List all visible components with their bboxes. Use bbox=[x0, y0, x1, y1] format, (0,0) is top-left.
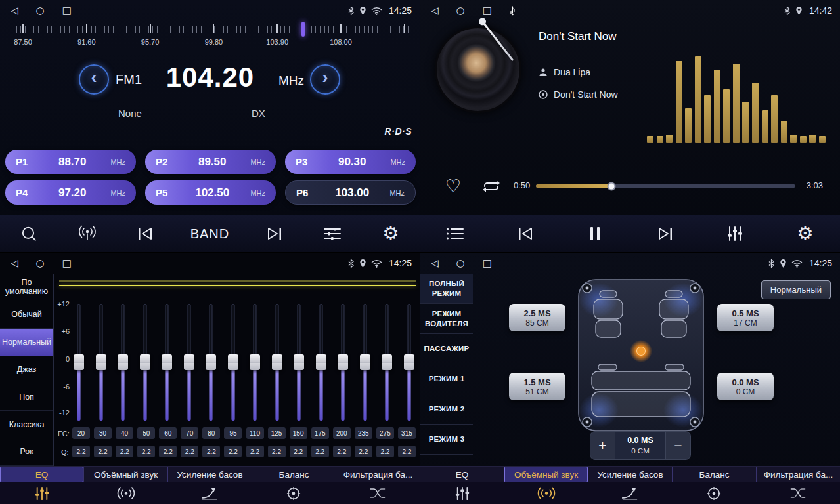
recents-button[interactable]: □ bbox=[62, 6, 72, 16]
bass-boost-icon[interactable] bbox=[168, 482, 252, 504]
back-button[interactable]: ◁ bbox=[11, 6, 18, 16]
eq-slider-handle[interactable] bbox=[360, 354, 370, 370]
seek-bar[interactable] bbox=[536, 184, 795, 188]
repeat-icon[interactable] bbox=[482, 179, 500, 196]
balance-icon[interactable] bbox=[672, 482, 756, 504]
surround-sound-icon[interactable] bbox=[84, 482, 168, 504]
progress-thumb[interactable] bbox=[607, 182, 615, 190]
next-track-icon[interactable] bbox=[261, 226, 288, 241]
back-button[interactable]: ◁ bbox=[431, 259, 439, 268]
settings-gear-icon[interactable]: ⚙ bbox=[792, 224, 818, 243]
search-icon[interactable] bbox=[16, 225, 42, 242]
preset-button-p5[interactable]: P5102.50MHz bbox=[145, 180, 276, 205]
tab-eq[interactable]: EQ bbox=[0, 467, 83, 482]
tab-balance[interactable]: Баланс bbox=[672, 467, 756, 482]
eq-band-slider[interactable] bbox=[160, 304, 173, 421]
eq-band-slider[interactable] bbox=[336, 304, 349, 421]
next-track-icon[interactable] bbox=[652, 226, 678, 241]
eq-band-slider[interactable] bbox=[315, 304, 328, 421]
delay-front-right-button[interactable]: 0.5 MS 17 CM bbox=[717, 304, 774, 331]
settings-gear-icon[interactable]: ⚙ bbox=[378, 224, 404, 243]
eq-preset-item[interactable]: Нормальный bbox=[0, 329, 53, 356]
bass-boost-icon[interactable] bbox=[588, 482, 673, 504]
eq-band-slider[interactable] bbox=[403, 304, 416, 421]
audio-settings-icon[interactable] bbox=[319, 226, 345, 242]
eq-band-slider[interactable] bbox=[292, 304, 305, 421]
recents-button[interactable]: □ bbox=[483, 6, 492, 16]
tab-bass-boost[interactable]: Усиление басов bbox=[588, 467, 672, 482]
eq-slider-handle[interactable] bbox=[184, 354, 194, 370]
eq-slider-handle[interactable] bbox=[228, 354, 238, 370]
preset-button-p4[interactable]: P497.20MHz bbox=[5, 180, 136, 205]
playlist-icon[interactable] bbox=[442, 226, 468, 241]
eq-slider-handle[interactable] bbox=[140, 354, 150, 370]
eq-slider-handle[interactable] bbox=[96, 354, 106, 370]
eq-preset-item[interactable]: Рок bbox=[0, 438, 53, 466]
eq-slider-handle[interactable] bbox=[338, 354, 348, 370]
eq-slider-handle[interactable] bbox=[162, 354, 172, 370]
eq-slider-handle[interactable] bbox=[316, 354, 326, 370]
home-button[interactable]: ○ bbox=[36, 259, 45, 268]
eq-slider-handle[interactable] bbox=[382, 354, 392, 370]
frequency-ruler[interactable]: 87.5091.6095.7099.80103.90108.00 bbox=[12, 24, 409, 52]
eq-band-slider[interactable] bbox=[248, 304, 261, 421]
equalizer-icon[interactable] bbox=[722, 226, 748, 242]
delay-rear-right-button[interactable]: 0.0 MS 0 CM bbox=[717, 373, 774, 400]
eq-slider-handle[interactable] bbox=[404, 354, 414, 370]
eq-band-slider[interactable] bbox=[271, 304, 284, 421]
eq-slider-handle[interactable] bbox=[118, 354, 128, 370]
eq-preset-item[interactable]: Джаз bbox=[0, 356, 53, 384]
eq-preset-item[interactable]: Обычай bbox=[0, 301, 53, 329]
balance-icon[interactable] bbox=[252, 482, 336, 504]
eq-preset-item[interactable]: По умолчанию bbox=[0, 274, 53, 301]
sound-mode-item[interactable]: РЕЖИМ 3 bbox=[420, 425, 473, 455]
home-button[interactable]: ○ bbox=[456, 6, 465, 16]
home-button[interactable]: ○ bbox=[456, 259, 465, 268]
previous-track-icon[interactable] bbox=[512, 226, 539, 241]
tab-crossover-filter[interactable]: Фильтрация ба... bbox=[336, 467, 420, 482]
tab-balance[interactable]: Баланс bbox=[252, 467, 336, 482]
tune-up-button[interactable]: › bbox=[310, 64, 340, 94]
eq-preset-item[interactable]: Классика bbox=[0, 411, 53, 438]
eq-band-slider[interactable] bbox=[72, 304, 85, 421]
previous-track-icon[interactable] bbox=[132, 226, 158, 241]
increase-delay-button[interactable]: + bbox=[590, 432, 615, 459]
crossover-filter-icon[interactable] bbox=[336, 482, 420, 504]
eq-sliders-icon[interactable] bbox=[0, 482, 84, 504]
eq-band-slider[interactable] bbox=[359, 304, 372, 421]
eq-slider-handle[interactable] bbox=[206, 354, 216, 370]
eq-band-slider[interactable] bbox=[183, 304, 196, 421]
tune-down-button[interactable]: ‹ bbox=[79, 64, 109, 94]
eq-band-slider[interactable] bbox=[380, 304, 393, 421]
preset-button-p3[interactable]: P390.30MHz bbox=[285, 150, 416, 174]
eq-slider-handle[interactable] bbox=[74, 354, 84, 370]
sound-mode-item[interactable]: РЕЖИМ 1 bbox=[420, 364, 473, 394]
sound-mode-item[interactable]: ПАССАЖИР bbox=[420, 334, 473, 364]
eq-band-slider[interactable] bbox=[204, 304, 217, 421]
recents-button[interactable]: □ bbox=[62, 259, 72, 268]
delay-rear-left-button[interactable]: 1.5 MS 51 CM bbox=[509, 373, 565, 400]
tab-crossover-filter[interactable]: Фильтрация ба... bbox=[756, 467, 840, 482]
sound-mode-item[interactable]: ПОЛНЫЙ РЕЖИМ bbox=[420, 274, 473, 304]
preset-button-p1[interactable]: P188.70MHz bbox=[5, 150, 136, 174]
crossover-filter-icon[interactable] bbox=[756, 482, 840, 504]
preset-button-p6[interactable]: P6103.00MHz bbox=[285, 180, 416, 205]
home-button[interactable]: ○ bbox=[36, 6, 45, 16]
surround-sound-icon[interactable] bbox=[504, 482, 588, 504]
preset-button-p2[interactable]: P289.50MHz bbox=[145, 150, 276, 174]
eq-sliders-icon[interactable] bbox=[420, 482, 504, 504]
sound-mode-item[interactable]: РЕЖИМ ВОДИТЕЛЯ bbox=[420, 304, 473, 334]
favorite-icon[interactable]: ♡ bbox=[445, 176, 461, 197]
eq-slider-handle[interactable] bbox=[294, 354, 304, 370]
pause-icon[interactable] bbox=[582, 226, 608, 242]
sound-mode-item[interactable]: РЕЖИМ 2 bbox=[420, 394, 473, 425]
back-button[interactable]: ◁ bbox=[431, 6, 439, 16]
delay-front-left-button[interactable]: 2.5 MS 85 CM bbox=[509, 304, 565, 331]
eq-band-slider[interactable] bbox=[139, 304, 152, 421]
eq-preset-item[interactable]: Поп bbox=[0, 383, 53, 411]
eq-band-slider[interactable] bbox=[95, 304, 108, 421]
eq-band-slider[interactable] bbox=[227, 304, 240, 421]
band-button[interactable]: BAND bbox=[190, 226, 230, 242]
tab-bass-boost[interactable]: Усиление басов bbox=[167, 467, 252, 482]
tab-surround-sound[interactable]: Объёмный звук bbox=[83, 467, 167, 482]
